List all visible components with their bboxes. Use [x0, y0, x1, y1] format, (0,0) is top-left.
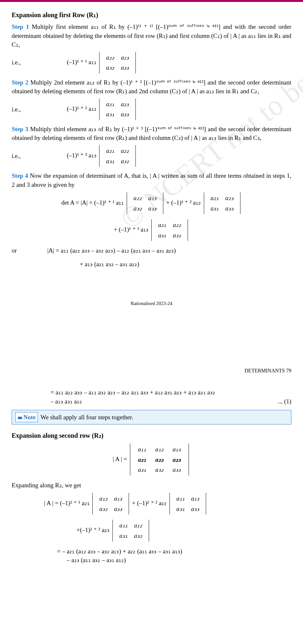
section-heading-r1: Expansion along first Row (R₁) [12, 10, 291, 20]
equation-step2: i.e., (–1)¹ ⁺ ² a₁₂ a₂₁a₂₃ a₃₁a₃₃ [12, 98, 291, 120]
r2-expansion-line1: | A | = (–1)² ⁺ ¹ a₂₁ a₁₂a₁₃ a₃₂a₃₃ + (–… [44, 493, 291, 514]
pen-icon [17, 413, 22, 422]
det-eq-mid: + (–1)¹ ⁺ ² a₁₂ [166, 199, 201, 206]
section-heading-r2: Expansion along second row (R₂) [12, 431, 291, 440]
note-text: We shall apply all four steps together. [41, 413, 133, 422]
ie-label: i.e., [12, 105, 34, 114]
det-3x3: a₁₁a₁₂a₁₃ a₂₁a₂₂a₂₃ a₃₁a₃₂a₃₃ [130, 444, 189, 476]
page-content-2: © NCERT not to be republished = a₁₁ a₂₂ … [0, 381, 303, 577]
step3-text: Multiply third element a₁₃ of R₁ by (–1)… [12, 126, 291, 141]
step1-prefix: (–1)¹ ⁺ ¹ a₁₁ [67, 59, 97, 65]
equation-step1: i.e., (–1)¹ ⁺ ¹ a₁₁ a₂₂a₂₃ a₃₂a₃₃ [12, 52, 291, 73]
step2-paragraph: Step 2 Multiply 2nd element a₁₂ of R₁ by… [12, 78, 291, 96]
det-2x2: a₂₁a₂₃ a₃₁a₃₃ [204, 192, 240, 214]
r2-eq-lhs: | A | = (–1)² ⁺ ¹ a₂₁ [44, 500, 90, 506]
det-2x2: a₁₁a₁₂ a₃₁a₃₂ [112, 520, 149, 541]
step4-text: Now the expansion of determinant of A, t… [12, 172, 291, 188]
expansion-line2: + a₁₃ (a₂₁ a₃₂ – a₃₁ a₂₂) [80, 260, 291, 269]
r2-expansion-result1: = – a₂₁ (a₁₂ a₃₃ – a₃₂ a₁₃) + a₂₂ (a₁₁ a… [57, 547, 291, 556]
step4-label: Step 4 [12, 172, 28, 179]
step3-label: Step 3 [12, 126, 28, 132]
r2-expansion-line2: +(–1)² ⁺ ³ a₂₃ a₁₁a₁₂ a₃₁a₃₂ [76, 520, 291, 541]
step1-label: Step 1 [12, 23, 29, 30]
matrix-A: | A | = a₁₁a₁₂a₁₃ a₂₁a₂₂a₂₃ a₃₁a₃₂a₃₃ [12, 444, 291, 476]
det-expansion-line2: + (–1)¹ ⁺ ³ a₁₃ a₂₁a₂₂ a₃₁a₃₂ [12, 219, 291, 241]
expansion-line1: |A| = a₁₁ (a₂₂ a₃₃ – a₃₂ a₂₃) – a₁₂ (a₂₁… [47, 247, 176, 254]
det-2x2: a₂₂a₂₃ a₃₂a₃₃ [127, 192, 163, 214]
equation-step3: i.e., (–1)¹ ⁺ ³ a₁₃ a₂₁a₂₂ a₃₁a₃₂ [12, 145, 291, 167]
matA-lhs: | A | = [113, 456, 127, 462]
r2-expansion-result2: – a₂₃ (a₁₁ a₃₂ – a₃₁ a₁₂) [67, 556, 291, 565]
or-expansion: or |A| = a₁₁ (a₂₂ a₃₃ – a₃₂ a₂₃) – a₁₂ (… [12, 246, 291, 255]
step4-paragraph: Step 4 Now the expansion of determinant … [12, 171, 291, 189]
det-eq-lhs: det A = |A| = (–1)¹ ⁺ ¹ a₁₁ [61, 199, 124, 206]
expanding-text: Expanding along R₂, we get [12, 481, 291, 490]
step2-text: Multiply 2nd element a₁₂ of R₁ by (–1)¹ … [12, 79, 291, 95]
det-2x2: a₁₂a₁₃ a₃₂a₃₃ [92, 493, 129, 514]
footer-rationalised: Rationalised 2023-24 [0, 281, 303, 365]
det-2x2: a₂₂a₂₃ a₃₂a₃₃ [99, 52, 136, 73]
note-label: Note [15, 412, 38, 423]
r2-eq-mid: + (–1)² ⁺ ² a₂₂ [132, 500, 167, 506]
step3-paragraph: Step 3 Multiply third element a₁₃ of R₁ … [12, 125, 291, 142]
continuation-line2: – a₁₃ a₃₁ a₂₂ ... (1) [51, 397, 291, 406]
det-2x2: a₁₁a₁₃ a₃₁a₃₃ [169, 493, 206, 514]
det-2x2: a₂₁a₂₂ a₃₁a₃₂ [99, 145, 136, 167]
det-2x2: a₂₁a₂₂ a₃₁a₃₂ [151, 219, 188, 241]
r2-eq-plus3: +(–1)² ⁺ ³ a₂₃ [76, 526, 110, 533]
det-expansion-line1: det A = |A| = (–1)¹ ⁺ ¹ a₁₁ a₂₂a₂₃ a₃₂a₃… [12, 192, 291, 214]
step2-prefix: (–1)¹ ⁺ ² a₁₂ [67, 105, 97, 112]
det-eq-plus3: + (–1)¹ ⁺ ³ a₁₃ [114, 226, 148, 233]
ie-label: i.e., [12, 152, 34, 161]
page-content: © NCERT not to be republished Expansion … [0, 2, 303, 281]
det-2x2: a₂₁a₂₃ a₃₁a₃₃ [99, 98, 136, 120]
step1-paragraph: Step 1 Multiply first element a₁₁ of R₁ … [12, 22, 291, 49]
step2-label: Step 2 [12, 79, 29, 86]
ie-label: i.e., [12, 58, 34, 67]
step1-text: Multiply first element a₁₁ of R₁ by (–1)… [12, 23, 291, 48]
step3-prefix: (–1)¹ ⁺ ³ a₁₃ [67, 152, 97, 159]
continuation-line1: = a₁₁ a₂₂ a₃₃ – a₁₁ a₃₂ a₂₃ – a₁₂ a₂₁ a₃… [51, 388, 291, 397]
note-box: Note We shall apply all four steps toget… [12, 410, 291, 425]
page-header: DETERMINANTS 79 [0, 365, 303, 381]
equation-number: ... (1) [278, 397, 291, 406]
or-label: or [12, 246, 34, 255]
